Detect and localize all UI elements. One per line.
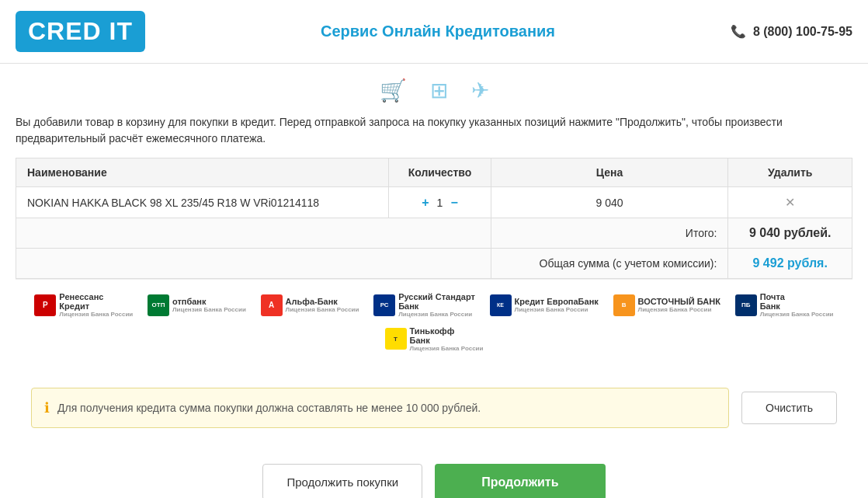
bank-renaissance-icon: Р	[34, 294, 56, 316]
continue-button[interactable]: Продолжить	[435, 464, 605, 498]
bank-europa-icon: КЕ	[490, 294, 512, 316]
qty-increase-button[interactable]: −	[450, 196, 457, 210]
bank-renaissance: Р РенессансКредитЛицензия Банка России	[34, 292, 133, 319]
logo: CRED IT	[16, 11, 145, 52]
col-qty: Количество	[389, 158, 491, 187]
header-phone: 📞 8 (800) 100-75-95	[731, 24, 852, 39]
footer-buttons: Продолжить покупки Продолжить	[0, 451, 868, 498]
clear-button[interactable]: Очистить	[741, 392, 837, 424]
header: CRED IT Сервис Онлайн Кредитования 📞 8 (…	[0, 0, 868, 64]
warning-text: Для получения кредита сумма покупки долж…	[57, 402, 481, 414]
qty-cell: + 1 −	[389, 187, 491, 218]
totals-value: 9 040 рублей.	[728, 218, 852, 249]
col-delete: Удалить	[728, 158, 852, 187]
price-cell: 9 040	[491, 187, 728, 218]
bank-europa: КЕ Кредит ЕвропаБанкЛицензия Банка Росси…	[490, 294, 599, 316]
bank-russtandart-icon: РС	[373, 294, 395, 316]
delete-cell: ✕	[728, 187, 852, 218]
logo-text: CRED IT	[28, 17, 133, 45]
bank-vostochny-icon: В	[613, 294, 635, 316]
step-icons: 🛒 ⊞ ✈	[0, 64, 868, 114]
qty-value: 1	[437, 197, 443, 209]
qty-decrease-button[interactable]: +	[422, 196, 429, 210]
bank-pochta: ПБ ПочтаБанкЛицензия Банка России	[735, 292, 834, 319]
step-calculator-icon: ⊞	[430, 78, 448, 103]
bank-strip: Р РенессансКредитЛицензия Банка России О…	[16, 279, 852, 364]
bank-alfa: А Альфа-БанкЛицензия Банка России	[261, 294, 359, 316]
bank-alfa-icon: А	[261, 294, 283, 316]
phone-icon: 📞	[731, 25, 746, 38]
continue-shopping-button[interactable]: Продолжить покупки	[262, 464, 422, 498]
totals-row: Итого: 9 040 рублей.	[16, 218, 852, 249]
bank-otp-icon: ОТП	[148, 294, 169, 316]
step-send-icon: ✈	[471, 78, 489, 103]
totals-label: Итого:	[491, 218, 728, 249]
warning-icon: ℹ	[44, 399, 50, 416]
warning-area: ℹ Для получения кредита сумма покупки до…	[16, 377, 852, 439]
step-cart-icon: 🛒	[380, 78, 407, 103]
delete-button[interactable]: ✕	[785, 196, 795, 209]
bank-tinkoff: Т ТинькоффБанкЛицензия Банка России	[385, 326, 484, 353]
bank-tinkoff-icon: Т	[385, 328, 407, 350]
table-row: NOKIAN HAKKA BLACK 98 XL 235/45 R18 W VR…	[16, 187, 852, 218]
col-name: Наименование	[16, 158, 389, 187]
cart-table: Наименование Количество Цена Удалить NOK…	[16, 158, 852, 279]
bank-vostochny: В ВОСТОЧНЫЙ БАНКЛицензия Банка России	[613, 294, 720, 316]
phone-number: 8 (800) 100-75-95	[753, 25, 852, 38]
header-title: Сервис Онлайн Кредитования	[321, 23, 555, 40]
commission-value: 9 492 рубля.	[728, 249, 852, 279]
col-price: Цена	[491, 158, 728, 187]
product-name: NOKIAN HAKKA BLACK 98 XL 235/45 R18 W VR…	[16, 187, 389, 218]
bank-russtandart: РС Русский СтандартБанкЛицензия Банка Ро…	[373, 292, 475, 319]
warning-box: ℹ Для получения кредита сумма покупки до…	[31, 388, 729, 428]
commission-label: Общая сумма (с учетом комиссии):	[491, 249, 728, 279]
bank-pochta-icon: ПБ	[735, 294, 757, 316]
commission-row: Общая сумма (с учетом комиссии): 9 492 р…	[16, 249, 852, 279]
bank-otp: ОТП отпбанкЛицензия Банка России	[148, 294, 246, 316]
description: Вы добавили товар в корзину для покупки …	[0, 114, 868, 158]
